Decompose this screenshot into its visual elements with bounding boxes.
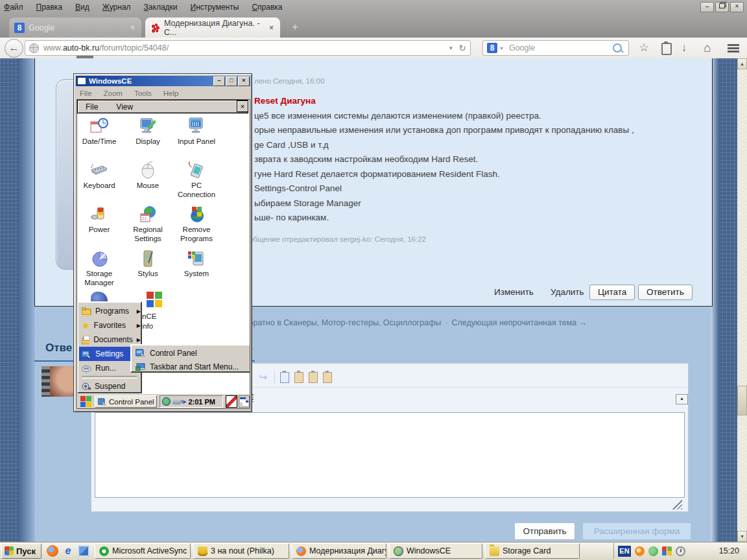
- hamburger-menu-icon[interactable]: [728, 44, 739, 52]
- scroll-up-button[interactable]: ▲: [737, 58, 747, 69]
- minimize-button[interactable]: –: [700, 2, 714, 12]
- wince-menu-tools[interactable]: Tools: [134, 89, 152, 97]
- cp-icon-datetime[interactable]: Date/Time: [78, 117, 120, 146]
- paste-plain-icon[interactable]: [309, 372, 318, 383]
- wince-maximize-button[interactable]: □: [226, 76, 237, 86]
- stylus-toggle-icon[interactable]: [226, 395, 237, 408]
- cp-icon-display[interactable]: Display: [127, 117, 169, 146]
- network-globe-icon[interactable]: [162, 397, 171, 406]
- scroll-down-button[interactable]: ▼: [737, 531, 747, 542]
- downloads-icon[interactable]: ↓: [676, 40, 693, 56]
- search-engine-dropdown-icon[interactable]: ▼: [499, 46, 504, 51]
- bookmark-star-icon[interactable]: ☆: [635, 40, 652, 56]
- search-bar[interactable]: 8 ▼ Google: [482, 40, 629, 56]
- cp-icon-label: Stylus: [137, 270, 158, 277]
- menu-history[interactable]: Журнал: [102, 3, 131, 12]
- cp-icon-pc-connection[interactable]: PC Connection: [176, 161, 217, 199]
- bookmarks-library-icon[interactable]: [661, 43, 672, 55]
- paste-word-icon[interactable]: [323, 372, 332, 383]
- cp-icon-input-panel[interactable]: Input Panel: [176, 117, 217, 146]
- menu-file[interactable]: Файл: [4, 3, 23, 12]
- tab-close-icon[interactable]: ×: [268, 23, 275, 32]
- home-icon[interactable]: ⌂: [699, 40, 716, 56]
- cp-icon-regional[interactable]: Regional Settings: [127, 205, 169, 243]
- cp-icon-storage-manager[interactable]: Storage Manager: [78, 249, 120, 287]
- tray-volume-icon[interactable]: [676, 546, 685, 556]
- quicklaunch-window-icon[interactable]: [78, 545, 89, 557]
- advanced-form-button[interactable]: Расширенная форма: [582, 522, 691, 540]
- delete-link[interactable]: Удалить: [551, 287, 584, 297]
- search-engine-icon[interactable]: 8: [487, 43, 497, 53]
- submit-button[interactable]: Отправить: [514, 522, 575, 540]
- start-menu-suspend[interactable]: Suspend: [79, 379, 143, 393]
- restore-button[interactable]: [715, 2, 729, 12]
- quicklaunch-ie-icon[interactable]: e: [62, 545, 74, 557]
- scrollbar-thumb[interactable]: [737, 386, 747, 415]
- tray-activesync-icon[interactable]: [648, 546, 658, 556]
- tab-forum[interactable]: Модернизация Диагуна. - С... ×: [145, 18, 280, 38]
- submenu-taskbar-startmenu[interactable]: Taskbar and Start Menu...: [132, 360, 250, 373]
- tab-google[interactable]: 8 Google ×: [9, 18, 141, 38]
- show-desktop-icon[interactable]: [239, 395, 250, 408]
- wince-menu-zoom[interactable]: Zoom: [104, 89, 123, 97]
- wince-menu-file[interactable]: File: [80, 89, 92, 97]
- search-icon[interactable]: [613, 43, 622, 52]
- menu-bookmarks[interactable]: Закладки: [144, 3, 178, 12]
- new-tab-button[interactable]: +: [287, 20, 303, 34]
- menu-tools[interactable]: Инструменты: [191, 3, 239, 12]
- usb-connection-icon[interactable]: [172, 399, 181, 404]
- url-dropdown-icon[interactable]: ▼: [448, 45, 453, 51]
- task-activesync[interactable]: Microsoft ActiveSync: [95, 543, 191, 559]
- reply-button[interactable]: Ответить: [638, 285, 693, 300]
- next-unread-link[interactable]: Следующая непрочитанная тема →: [452, 318, 587, 327]
- task-windowsce[interactable]: WindowsCE: [389, 543, 482, 559]
- cp-icon-stylus[interactable]: Stylus: [127, 249, 169, 279]
- submenu-arrow-icon: ▶: [137, 323, 143, 329]
- cp-icon-keyboard[interactable]: Keyboard: [78, 161, 120, 191]
- close-button[interactable]: ×: [730, 2, 744, 12]
- submenu-control-panel[interactable]: Control Panel: [132, 346, 250, 360]
- task-philka[interactable]: 3 на nout (Philka): [193, 543, 289, 559]
- tray-windows-icon[interactable]: [662, 546, 672, 556]
- paste-icon[interactable]: [294, 372, 303, 383]
- reply-textarea[interactable]: [95, 412, 685, 498]
- start-menu-programs[interactable]: Programs ▶: [79, 304, 143, 318]
- quote-button[interactable]: Цитата: [589, 285, 635, 300]
- wince-close-button[interactable]: ×: [238, 76, 250, 86]
- menu-edit[interactable]: Правка: [36, 3, 63, 12]
- tab-close-icon[interactable]: ×: [129, 23, 136, 32]
- cp-menu-file[interactable]: File: [86, 102, 98, 111]
- quicklaunch-firefox-icon[interactable]: [47, 545, 58, 557]
- ce-task-control-panel[interactable]: Control Panel: [95, 395, 157, 408]
- copy-icon[interactable]: [280, 372, 289, 383]
- redo-icon[interactable]: ↪: [257, 372, 269, 382]
- start-menu-favorites[interactable]: ★ Favorites ▶: [79, 318, 143, 332]
- menu-view[interactable]: Вид: [75, 3, 89, 12]
- scrollbar-track[interactable]: [737, 58, 747, 542]
- tray-nero-icon[interactable]: [635, 546, 645, 556]
- back-button[interactable]: ←: [5, 39, 23, 58]
- language-indicator[interactable]: EN: [618, 546, 631, 557]
- wince-titlebar[interactable]: WindowsCE – □ ×: [76, 76, 250, 86]
- ce-start-button[interactable]: [80, 396, 91, 407]
- toolbar-collapse-button[interactable]: ▲: [676, 394, 688, 404]
- cp-icon-remove-programs[interactable]: Remove Programs: [176, 205, 217, 243]
- wince-minimize-button[interactable]: –: [213, 76, 225, 86]
- wince-window[interactable]: WindowsCE – □ × File Zoom Tools Help Fil…: [73, 73, 252, 412]
- wince-menu-help[interactable]: Help: [163, 89, 179, 97]
- reload-icon[interactable]: ↻: [458, 43, 466, 53]
- activesync-icon: [99, 546, 109, 556]
- site-identity-icon[interactable]: [29, 43, 39, 53]
- task-firefox-forum[interactable]: Модернизация Диагуна...: [292, 543, 386, 559]
- cp-icon-power[interactable]: Power: [78, 205, 120, 235]
- back-to-forum-link[interactable]: Обратно в Сканеры, Мотор-тестеры, Осцилл…: [243, 318, 442, 327]
- cp-close-button[interactable]: ×: [237, 100, 248, 112]
- cp-icon-system[interactable]: System: [176, 249, 217, 279]
- xp-start-button[interactable]: Пуск: [1, 543, 42, 559]
- cp-menu-view[interactable]: View: [116, 102, 133, 111]
- task-storage-card[interactable]: Storage Card: [485, 543, 580, 559]
- menu-help[interactable]: Справка: [252, 3, 282, 12]
- cp-icon-mouse[interactable]: Mouse: [127, 161, 169, 191]
- url-bar[interactable]: www.auto-bk.ru/forum/topic/54048/ ▼ ↻: [25, 40, 471, 56]
- edit-link[interactable]: Изменить: [494, 287, 534, 297]
